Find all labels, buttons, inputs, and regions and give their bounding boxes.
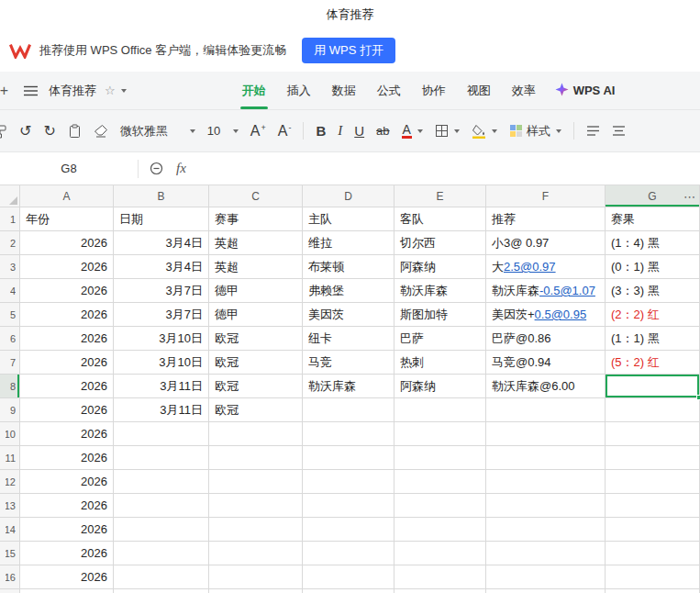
cell-E14[interactable] <box>394 518 486 542</box>
cell-C1[interactable]: 赛事 <box>209 207 303 231</box>
cell-B6[interactable]: 3月10日 <box>114 327 209 351</box>
cell-F5[interactable]: 美因茨+0.5@0.95 <box>486 303 606 327</box>
row-header-9[interactable]: 9 <box>0 398 20 422</box>
cell-A13[interactable]: 2026 <box>20 494 114 518</box>
font-name-select[interactable]: 微软雅黑 <box>120 123 195 140</box>
cell-F11[interactable] <box>486 446 606 470</box>
cell-B14[interactable] <box>114 518 209 542</box>
cell-G9[interactable] <box>606 398 700 422</box>
cell-D3[interactable]: 布莱顿 <box>303 255 394 279</box>
cell-F13[interactable] <box>486 494 606 518</box>
ribbon-tab-3[interactable]: 数据 <box>332 72 356 109</box>
decrease-font-size-button[interactable]: A- <box>278 124 292 139</box>
cell-B2[interactable]: 3月4日 <box>114 231 209 255</box>
cell-A5[interactable]: 2026 <box>20 303 114 327</box>
cell-E16[interactable] <box>394 565 486 589</box>
cell-C11[interactable] <box>209 446 303 470</box>
cell-E3[interactable]: 阿森纳 <box>394 255 486 279</box>
cell-G1[interactable]: 赛果 <box>606 207 700 231</box>
cell-G6[interactable]: (1：1) 黑 <box>606 327 700 351</box>
ribbon-tab-4[interactable]: 公式 <box>377 72 401 109</box>
cell-G17[interactable] <box>606 589 700 593</box>
cell-D7[interactable]: 马竞 <box>303 351 394 375</box>
cell-C9[interactable]: 欧冠 <box>209 398 303 422</box>
row-header-15[interactable]: 15 <box>0 542 20 565</box>
open-in-wps-button[interactable]: 用 WPS 打开 <box>302 38 395 63</box>
cell-G10[interactable] <box>606 422 700 446</box>
borders-button[interactable] <box>435 124 460 138</box>
fill-handle[interactable] <box>696 395 700 400</box>
cell-C4[interactable]: 德甲 <box>209 279 303 303</box>
cell-B12[interactable] <box>114 470 209 494</box>
italic-button[interactable]: I <box>338 123 342 139</box>
cell-B4[interactable]: 3月7日 <box>114 279 209 303</box>
cell-D17[interactable] <box>303 589 394 593</box>
cell-A8[interactable]: 2026 <box>20 375 114 398</box>
cell-B7[interactable]: 3月10日 <box>114 351 209 375</box>
cell-E11[interactable] <box>394 446 486 470</box>
row-header-1[interactable]: 1 <box>0 207 20 231</box>
cell-styles-button[interactable]: 样式 <box>509 123 561 140</box>
row-header-16[interactable]: 16 <box>0 565 20 589</box>
cell-A9[interactable]: 2026 <box>20 398 114 422</box>
align-left-button[interactable] <box>586 125 600 137</box>
cell-F10[interactable] <box>486 422 606 446</box>
cell-D4[interactable]: 弗赖堡 <box>303 279 394 303</box>
cell-G16[interactable] <box>606 565 700 589</box>
cell-G14[interactable] <box>606 518 700 542</box>
cell-A2[interactable]: 2026 <box>20 231 114 255</box>
cell-F16[interactable] <box>486 565 606 589</box>
cell-A16[interactable]: 2026 <box>20 565 114 589</box>
cell-A10[interactable]: 2026 <box>20 422 114 446</box>
cell-C13[interactable] <box>209 494 303 518</box>
cell-D11[interactable] <box>303 446 394 470</box>
cell-F15[interactable] <box>486 542 606 565</box>
column-header-F[interactable]: F <box>486 185 606 207</box>
cell-B17[interactable] <box>114 589 209 593</box>
cell-A7[interactable]: 2026 <box>20 351 114 375</box>
cell-E13[interactable] <box>394 494 486 518</box>
cell-F17[interactable] <box>486 589 606 593</box>
cell-E2[interactable]: 切尔西 <box>394 231 486 255</box>
cell-E7[interactable]: 热刺 <box>394 351 486 375</box>
cell-D10[interactable] <box>303 422 394 446</box>
cell-C12[interactable] <box>209 470 303 494</box>
cell-D8[interactable]: 勒沃库森 <box>303 375 394 398</box>
font-size-select[interactable]: 10 <box>207 124 239 138</box>
row-header-8[interactable]: 8 <box>0 375 20 398</box>
row-header-12[interactable]: 12 <box>0 470 20 494</box>
cell-C3[interactable]: 英超 <box>209 255 303 279</box>
cell-G15[interactable] <box>606 542 700 565</box>
column-header-B[interactable]: B <box>114 185 209 207</box>
clipped-left-icon[interactable]: + <box>0 83 8 99</box>
fill-color-button[interactable] <box>472 124 497 139</box>
cell-E5[interactable]: 斯图加特 <box>394 303 486 327</box>
row-header-17[interactable]: 17 <box>0 589 20 593</box>
cell-D13[interactable] <box>303 494 394 518</box>
clipped-paintbrush-icon[interactable] <box>0 124 7 139</box>
cell-hyperlink[interactable]: 0.5@0.95 <box>535 308 587 321</box>
cell-A12[interactable]: 2026 <box>20 470 114 494</box>
cell-F14[interactable] <box>486 518 606 542</box>
column-header-A[interactable]: A <box>20 185 114 207</box>
wps-ai-button[interactable]: WPS AI <box>555 83 616 99</box>
cell-D9[interactable] <box>303 398 394 422</box>
cell-E1[interactable]: 客队 <box>394 207 486 231</box>
row-header-7[interactable]: 7 <box>0 351 20 375</box>
cell-C14[interactable] <box>209 518 303 542</box>
cell-F6[interactable]: 巴萨@0.86 <box>486 327 606 351</box>
circle-minus-icon[interactable] <box>150 162 163 175</box>
underline-button[interactable]: U <box>354 123 364 139</box>
cell-D14[interactable] <box>303 518 394 542</box>
cell-D1[interactable]: 主队 <box>303 207 394 231</box>
cell-E15[interactable] <box>394 542 486 565</box>
cell-E9[interactable] <box>394 398 486 422</box>
cell-F1[interactable]: 推荐 <box>486 207 606 231</box>
cell-C2[interactable]: 英超 <box>209 231 303 255</box>
cell-D12[interactable] <box>303 470 394 494</box>
insert-function-button[interactable]: fx <box>176 161 186 176</box>
cell-G4[interactable]: (3：3) 黑 <box>606 279 700 303</box>
row-header-3[interactable]: 3 <box>0 255 20 279</box>
cell-B1[interactable]: 日期 <box>114 207 209 231</box>
cell-F9[interactable] <box>486 398 606 422</box>
